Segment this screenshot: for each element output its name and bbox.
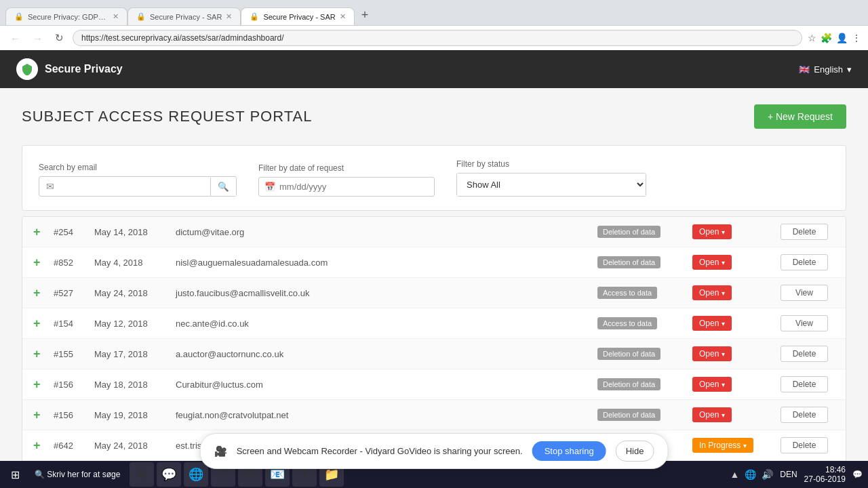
request-id: #642 xyxy=(54,441,94,451)
main-content: SUBJECT ACCESS REQUEST PORTAL + New Requ… xyxy=(0,88,868,488)
taskbar-icons: ▲ 🌐 🔊 xyxy=(730,469,773,480)
tab-close-3[interactable]: ✕ xyxy=(340,12,346,21)
page-title: SUBJECT ACCESS REQUEST PORTAL xyxy=(22,108,312,125)
type-badge: Access to data xyxy=(597,287,657,299)
back-button[interactable]: ← xyxy=(7,31,24,45)
type-badge: Deletion of data xyxy=(597,348,660,360)
status-select[interactable]: Show All Open In Progress Closed xyxy=(457,174,646,196)
lang-dropdown-icon: ▾ xyxy=(847,64,852,75)
expand-icon[interactable]: + xyxy=(33,225,54,239)
taskbar-sound-icon[interactable]: 🔊 xyxy=(762,469,773,480)
request-type: Access to data xyxy=(597,317,692,329)
email-icon: ✉ xyxy=(39,177,61,196)
view-button[interactable]: View xyxy=(781,285,828,301)
status-button[interactable]: Open ▾ xyxy=(692,224,732,239)
table-row: + #154 May 12, 2018 nec.ante@id.co.uk Ac… xyxy=(22,308,846,339)
taskbar-app-task-view[interactable]: ⧉ xyxy=(130,462,154,487)
request-action: Delete xyxy=(781,376,835,392)
forward-button[interactable]: → xyxy=(29,31,46,45)
start-button[interactable]: ⊞ xyxy=(5,466,25,484)
status-filter-group: Filter by status Show All Open In Progre… xyxy=(456,159,646,197)
search-taskbar-button[interactable]: 🔍 Skriv her for at søge xyxy=(29,467,125,482)
request-email: dictum@vitae.org xyxy=(176,227,597,237)
status-button[interactable]: Open ▾ xyxy=(692,255,732,270)
taskbar-app-whatsapp[interactable]: 💬 xyxy=(157,462,181,487)
view-button[interactable]: View xyxy=(781,315,828,331)
taskbar-app-chrome[interactable]: 🌐 xyxy=(184,462,208,487)
browser-tab-3[interactable]: 🔒 Secure Privacy - SAR ✕ xyxy=(241,7,354,25)
browser-chrome: 🔒 Secure Privacy: GDPR, CCPA &... ✕ 🔒 Se… xyxy=(0,0,868,50)
browser-tab-1[interactable]: 🔒 Secure Privacy: GDPR, CCPA &... ✕ xyxy=(5,7,127,25)
extensions-icon[interactable]: 🧩 xyxy=(821,33,832,43)
request-status: Open ▾ xyxy=(692,255,781,270)
taskbar-clock: 18:46 27-06-2019 xyxy=(804,465,846,484)
sharing-bar-message: Screen and Webcam Recorder - Vidyard GoV… xyxy=(237,446,523,456)
request-action: Delete xyxy=(781,437,835,453)
status-button[interactable]: Open ▾ xyxy=(692,346,732,361)
browser-tabs: 🔒 Secure Privacy: GDPR, CCPA &... ✕ 🔒 Se… xyxy=(0,0,868,25)
delete-button[interactable]: Delete xyxy=(781,346,828,362)
expand-icon[interactable]: + xyxy=(33,378,54,392)
status-button[interactable]: Open ▾ xyxy=(692,377,732,392)
calendar-icon: 📅 xyxy=(264,182,275,192)
filters-row: Search by email ✉ 🔍 Filter by date of re… xyxy=(39,159,829,197)
hide-button[interactable]: Hide xyxy=(616,441,654,462)
request-email: nec.ante@id.co.uk xyxy=(176,319,597,329)
expand-icon[interactable]: + xyxy=(33,286,54,300)
delete-button[interactable]: Delete xyxy=(781,376,828,392)
reload-button[interactable]: ↻ xyxy=(52,30,67,45)
sharing-bar-icon: 🎥 xyxy=(214,445,227,458)
request-type: Deletion of data xyxy=(597,256,692,268)
request-status: Open ▾ xyxy=(692,285,781,300)
taskbar-notification-icon[interactable]: 💬 xyxy=(852,470,863,479)
request-date: May 24, 2018 xyxy=(94,441,176,451)
date-label: Filter by date of request xyxy=(258,163,435,173)
status-button[interactable]: Open ▾ xyxy=(692,285,732,300)
search-input-wrap: ✉ 🔍 xyxy=(39,176,237,197)
expand-icon[interactable]: + xyxy=(33,408,54,422)
language-selector[interactable]: 🇬🇧 English ▾ xyxy=(799,64,852,75)
request-status: Open ▾ xyxy=(692,407,781,422)
request-id: #155 xyxy=(54,349,94,359)
menu-icon[interactable]: ⋮ xyxy=(852,33,861,43)
delete-button[interactable]: Delete xyxy=(781,437,828,453)
request-email: Curabitur@luctus.com xyxy=(176,380,597,390)
expand-icon[interactable]: + xyxy=(33,256,54,270)
new-request-button[interactable]: + New Request xyxy=(754,104,846,129)
new-tab-button[interactable]: + xyxy=(355,5,376,25)
delete-button[interactable]: Delete xyxy=(781,407,828,423)
type-badge: Deletion of data xyxy=(597,409,660,421)
stop-sharing-button[interactable]: Stop sharing xyxy=(532,441,606,461)
taskbar-up-icon[interactable]: ▲ xyxy=(730,469,739,480)
status-button[interactable]: Open ▾ xyxy=(692,407,732,422)
page-header: SUBJECT ACCESS REQUEST PORTAL + New Requ… xyxy=(22,104,846,129)
date-input[interactable] xyxy=(279,178,429,196)
request-action: Delete xyxy=(781,224,835,240)
request-email: feugiat.non@cratvolutpat.net xyxy=(176,410,597,420)
delete-button[interactable]: Delete xyxy=(781,224,828,240)
tab-close-2[interactable]: ✕ xyxy=(226,12,232,21)
tab-close-1[interactable]: ✕ xyxy=(113,12,119,21)
bookmark-icon[interactable]: ☆ xyxy=(808,33,816,43)
status-button[interactable]: In Progress ▾ xyxy=(692,438,753,453)
expand-icon[interactable]: + xyxy=(33,439,54,453)
request-id: #254 xyxy=(54,227,94,237)
request-status: Open ▾ xyxy=(692,377,781,392)
browser-address-bar: ← → ↻ ☆ 🧩 👤 ⋮ xyxy=(0,25,868,50)
type-badge: Deletion of data xyxy=(597,226,660,238)
request-date: May 18, 2018 xyxy=(94,380,176,390)
search-input[interactable] xyxy=(61,178,210,196)
profile-icon[interactable]: 👤 xyxy=(836,33,848,43)
search-button[interactable]: 🔍 xyxy=(210,178,236,196)
request-type: Deletion of data xyxy=(597,409,692,421)
browser-tab-2[interactable]: 🔒 Secure Privacy - SAR ✕ xyxy=(127,7,241,25)
address-input[interactable] xyxy=(73,30,802,46)
taskbar-network-icon[interactable]: 🌐 xyxy=(745,469,756,480)
delete-button[interactable]: Delete xyxy=(781,254,828,270)
expand-icon[interactable]: + xyxy=(33,347,54,361)
status-button[interactable]: Open ▾ xyxy=(692,316,732,331)
expand-icon[interactable]: + xyxy=(33,317,54,331)
status-label: Filter by status xyxy=(456,159,646,169)
request-status: Open ▾ xyxy=(692,316,781,331)
taskbar-right: ▲ 🌐 🔊 DEN 18:46 27-06-2019 💬 xyxy=(730,465,863,484)
